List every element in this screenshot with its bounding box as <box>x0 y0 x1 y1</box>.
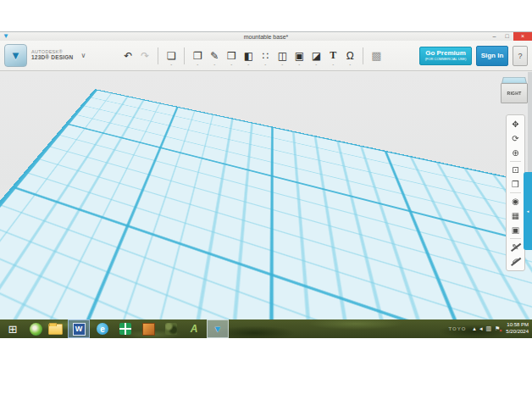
snap-menu-button[interactable]: Ω ˇ <box>341 46 358 66</box>
taskbar-app-file-explorer[interactable] <box>45 320 65 337</box>
snap-left-dropdown[interactable]: Off <box>463 299 496 306</box>
primitives-menu-button[interactable]: ❐ ˇ <box>189 46 206 66</box>
view-cube[interactable]: RIGHT <box>500 75 528 106</box>
taskbar-app-123d-active[interactable]: ▼ <box>207 319 229 338</box>
visibility-button[interactable]: ◉ <box>508 194 523 208</box>
nav-separator <box>510 192 521 193</box>
zoom-fit-button[interactable]: ⊡ <box>508 163 523 177</box>
taskbar-app-3d-box[interactable] <box>138 320 158 337</box>
toolbar-separator <box>363 47 363 64</box>
close-button[interactable]: × <box>513 32 532 41</box>
volume-icon[interactable]: ◂ <box>479 325 483 332</box>
window-title: mountable base* <box>0 34 532 40</box>
construct-icon: ❒ <box>227 50 236 62</box>
app-menu-dropdown-icon[interactable]: ∨ <box>80 52 86 59</box>
taskbar-app-media[interactable] <box>30 323 42 336</box>
sign-in-button[interactable]: Sign In <box>476 46 508 66</box>
taskbar-apps: ⊞ W e A ▼ <box>0 319 229 338</box>
primitives-icon: ❐ <box>193 50 202 62</box>
123d-triangle-icon: ▼ <box>213 325 223 334</box>
eye-icon: ◉ <box>512 197 519 206</box>
dropdown-caret-icon: ˇ <box>332 64 334 69</box>
view-box-button[interactable]: ❒ <box>508 177 523 192</box>
material-menu-button[interactable]: ◪ ˇ <box>308 46 324 66</box>
text-menu-button[interactable]: T ˇ <box>324 46 341 66</box>
taskbar-app-autocad[interactable]: A <box>184 320 204 337</box>
nav-separator <box>510 238 521 239</box>
brand-product: 123D® DESIGN <box>31 55 73 61</box>
zoom-fit-icon: ⊡ <box>512 165 518 175</box>
view-box-icon: ❒ <box>512 180 519 189</box>
dropdown-caret-icon: ˇ <box>298 64 300 69</box>
hide-sketches-icon: ✎ <box>512 242 518 252</box>
taskbar-clock[interactable]: 10:58 PM 5/20/2024 <box>506 322 529 336</box>
material-icon: ◪ <box>312 50 321 62</box>
redo-button[interactable]: ↷ <box>136 46 153 66</box>
help-label: ? <box>518 52 522 60</box>
edge-icon: e <box>97 323 108 335</box>
go-premium-button[interactable]: Go Premium (FOR COMMERCIAL USE) <box>419 47 472 65</box>
autodesk-123d-logo[interactable]: ▼ <box>4 44 27 67</box>
network-icon[interactable]: ▥ <box>485 325 491 332</box>
pattern-menu-button[interactable]: ∷ ˇ <box>257 46 274 66</box>
show-hidden-icons-button[interactable]: ▴ <box>473 325 476 332</box>
hide-construction-button[interactable]: ✐ <box>508 254 523 269</box>
model-3d-mountable-base[interactable] <box>165 119 369 319</box>
sketch-menu-button[interactable]: ✎ ˇ <box>206 46 223 66</box>
start-button[interactable]: ⊞ <box>3 320 23 337</box>
pan-button[interactable]: ✥ <box>508 117 523 131</box>
taskbar-app-green-tiles[interactable] <box>115 320 136 337</box>
hide-sketches-button[interactable]: ✎ <box>508 240 523 254</box>
zoom-button[interactable]: ⊕ <box>508 146 523 160</box>
snap-right-dropdown[interactable]: Off <box>498 299 530 306</box>
dropdown-caret-icon: ˇ <box>170 64 172 69</box>
view-cube-label: RIGHT <box>507 91 521 96</box>
flag-alert-badge: × <box>499 328 502 333</box>
orbit-icon: ⟳ <box>512 134 518 143</box>
pattern-icon: ∷ <box>263 50 269 62</box>
materials-button[interactable]: ▦ <box>508 208 523 223</box>
view-navigation-bar: ✥ ⟳ ⊕ ⊡ ❒ ◉ ▦ ▣ ✎ ✐ <box>506 114 525 271</box>
taskbar-app-edge[interactable]: e <box>92 320 113 337</box>
dropdown-caret-icon: ˇ <box>264 64 266 69</box>
orange-cube-icon <box>142 323 155 336</box>
dropdown-caret-icon: ˇ <box>197 64 198 69</box>
title-bar: ▼ mountable base* – □ × <box>0 32 532 41</box>
edit-grid-button[interactable]: Edit Grid <box>463 289 516 297</box>
toolbar-separator <box>158 47 158 64</box>
maximize-button[interactable]: □ <box>501 32 513 41</box>
model-post-left[interactable] <box>199 154 233 247</box>
combine-menu-button[interactable]: ▣ ˇ <box>291 46 308 66</box>
orbit-button[interactable]: ⟳ <box>508 131 523 146</box>
viewport-canvas[interactable]: RIGHT ✥ ⟳ ⊕ ⊡ ❒ ◉ ▦ ▣ ✎ ✐ ◂ <box>0 72 532 319</box>
snap-magnet-icon: Ω <box>346 50 354 62</box>
brand-text: AUTODESK® 123D® DESIGN <box>31 50 73 61</box>
grouping-menu-button[interactable]: ◫ ˇ <box>274 46 291 66</box>
help-button[interactable]: ? <box>513 46 528 66</box>
panel-flyout-tab[interactable]: ◂ <box>524 172 532 250</box>
parts-library-icon: ▩ <box>371 49 381 62</box>
grid-panel-swatch[interactable] <box>518 289 531 297</box>
snap-left-value-field[interactable] <box>463 307 496 317</box>
construct-menu-button[interactable]: ❒ ˇ <box>223 46 240 66</box>
modify-menu-button[interactable]: ◧ ˇ <box>240 46 257 66</box>
screenshot-button[interactable]: ▣ <box>508 223 523 237</box>
view-cube-front-face[interactable]: RIGHT <box>501 83 528 103</box>
model-hole-upper[interactable] <box>246 186 285 205</box>
undo-button[interactable]: ↶ <box>119 46 136 66</box>
clock-date: 5/20/2024 <box>506 329 529 336</box>
action-center-flag-icon[interactable]: ⚑ × <box>495 325 500 332</box>
green-tiles-icon <box>119 323 131 335</box>
parts-library-button[interactable]: ▩ <box>368 46 385 66</box>
dropdown-caret-icon: ˇ <box>349 64 351 69</box>
taskbar-app-camo-game[interactable] <box>161 320 181 337</box>
model-post-right[interactable] <box>291 153 326 244</box>
model-hole-lower[interactable] <box>242 248 288 272</box>
snap-right-value-field[interactable] <box>498 307 530 317</box>
minimize-button[interactable]: – <box>488 32 501 41</box>
clock-time: 10:58 PM <box>506 322 529 329</box>
dropdown-caret-icon: ˇ <box>230 64 232 69</box>
taskbar-app-word[interactable]: W <box>68 319 90 338</box>
transform-menu-button[interactable]: ❏ ˇ <box>163 46 180 66</box>
text-tool-icon: T <box>330 49 336 62</box>
